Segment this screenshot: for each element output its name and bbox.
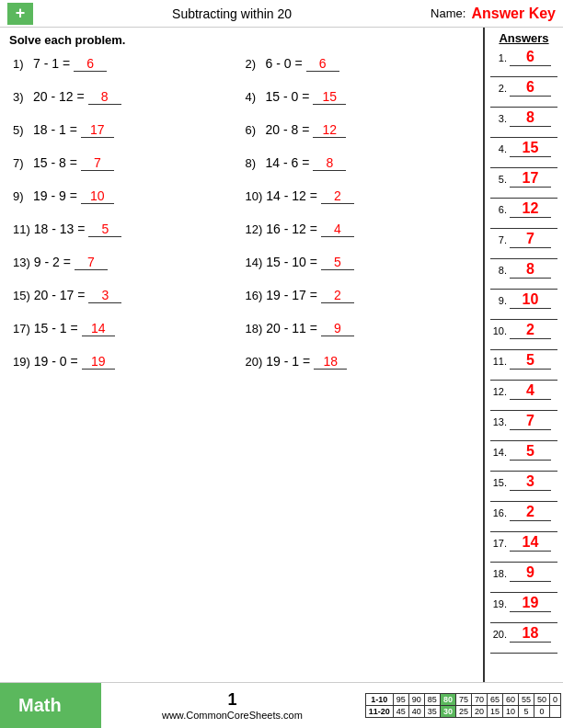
logo-icon: +: [7, 3, 33, 25]
problem-equation: 14 - 6 =: [266, 155, 310, 170]
answer-row-val: 7: [510, 231, 551, 248]
problem-equation: 20 - 17 =: [34, 288, 86, 302]
answer-row-num: 12.: [490, 386, 507, 397]
answer-row: 12. 4: [490, 381, 557, 411]
answer-row-val: 9: [510, 564, 551, 582]
problem-item: 2) 6 - 0 = 6: [242, 51, 475, 84]
problem-equation: 15 - 1 =: [34, 321, 78, 336]
answer-row: 17. 14: [490, 532, 557, 563]
problem-equation: 20 - 12 =: [33, 89, 85, 104]
problem-equation: 6 - 0 =: [266, 56, 303, 71]
problem-number: 12): [246, 222, 263, 236]
problem-answer: 12: [313, 122, 346, 138]
answer-row-val: 3: [510, 473, 551, 491]
answer-row-val: 5: [510, 352, 551, 370]
problem-answer: 3: [88, 288, 121, 303]
answer-row-num: 2.: [490, 83, 507, 94]
answer-key-label: Answer Key: [471, 6, 556, 22]
problem-answer: 17: [81, 122, 114, 138]
answer-row-num: 11.: [490, 356, 507, 367]
page-footer: Math 1 www.CommonCoreSheets.com 1-109590…: [0, 682, 563, 728]
answer-row: 4. 15: [490, 138, 557, 168]
answer-row-val: 10: [510, 291, 551, 309]
answer-row-num: 17.: [490, 538, 507, 549]
problem-number: 15): [13, 289, 30, 302]
answer-row: 13. 7: [490, 411, 557, 441]
answer-row-num: 10.: [490, 325, 507, 336]
answer-row-num: 7.: [490, 234, 507, 245]
answer-row: 10. 2: [490, 320, 557, 350]
problem-answer: 2: [321, 188, 354, 204]
problem-equation: 19 - 0 =: [34, 354, 78, 369]
problem-answer: 14: [82, 321, 115, 336]
problem-answer: 4: [321, 222, 354, 237]
problem-number: 13): [13, 256, 30, 269]
answer-row-val: 6: [510, 49, 551, 66]
answer-row-num: 9.: [490, 295, 507, 306]
problem-number: 3): [13, 90, 29, 104]
answer-row: 1. 6: [490, 47, 557, 77]
problem-equation: 18 - 1 =: [33, 122, 77, 137]
problem-answer: 6: [306, 56, 339, 72]
answer-row-val: 15: [510, 140, 551, 157]
answer-row-val: 17: [510, 170, 551, 188]
problem-equation: 20 - 8 =: [266, 122, 310, 137]
problem-number: 18): [246, 322, 263, 336]
problem-answer: 5: [321, 255, 354, 270]
problem-answer: 15: [313, 89, 346, 105]
problem-number: 10): [246, 189, 263, 203]
answer-row: 15. 3: [490, 472, 557, 502]
problem-number: 16): [246, 289, 263, 302]
answer-row-num: 20.: [490, 629, 507, 640]
answer-row-val: 14: [510, 534, 551, 552]
answer-row-num: 15.: [490, 477, 507, 488]
answer-row-val: 8: [510, 109, 551, 127]
problem-answer: 10: [81, 188, 114, 204]
problem-number: 11): [13, 222, 30, 236]
answer-row-val: 2: [510, 504, 551, 521]
problem-item: 20) 19 - 1 = 18: [242, 348, 475, 381]
answer-row: 19. 19: [490, 593, 557, 623]
answer-row: 8. 8: [490, 259, 557, 290]
answer-row-num: 8.: [490, 265, 507, 276]
problem-number: 9): [13, 189, 29, 203]
answer-row: 6. 12: [490, 199, 557, 229]
problem-equation: 19 - 9 =: [33, 188, 77, 203]
problem-item: 6) 20 - 8 = 12: [242, 117, 475, 150]
problem-item: 10) 14 - 12 = 2: [242, 183, 475, 216]
answers-header: Answers: [490, 31, 557, 45]
problem-number: 17): [13, 322, 30, 336]
problem-item: 5) 18 - 1 = 17: [9, 117, 242, 150]
answers-section: Answers 1. 6 2. 6 3. 8 4. 15 5. 17 6. 12…: [485, 28, 563, 682]
problem-number: 6): [246, 123, 262, 137]
problem-answer: 8: [313, 155, 346, 171]
problem-equation: 14 - 12 =: [266, 188, 317, 203]
problem-item: 7) 15 - 8 = 7: [9, 150, 242, 183]
problem-item: 15) 20 - 17 = 3: [9, 282, 242, 315]
page-title: Subtracting within 20: [42, 6, 421, 21]
answer-row: 16. 2: [490, 502, 557, 532]
problem-number: 1): [13, 57, 29, 71]
problem-item: 16) 19 - 17 = 2: [242, 282, 475, 315]
answer-row-val: 8: [510, 261, 551, 279]
problem-number: 14): [246, 256, 263, 269]
footer-center: 1 www.CommonCoreSheets.com: [101, 683, 363, 728]
problem-answer: 8: [88, 89, 121, 105]
problem-equation: 7 - 1 =: [33, 56, 70, 71]
answer-row-val: 12: [510, 200, 551, 218]
answer-row-val: 2: [510, 322, 551, 339]
answer-row: 5. 17: [490, 168, 557, 199]
problem-equation: 16 - 12 =: [266, 222, 317, 236]
answer-row: 14. 5: [490, 441, 557, 472]
name-label: Name:: [431, 6, 465, 20]
problem-number: 5): [13, 123, 29, 137]
answer-row-num: 19.: [490, 598, 507, 609]
problem-equation: 19 - 17 =: [266, 288, 317, 302]
score-table: 1-1095908580757065605550011-204540353025…: [365, 693, 561, 718]
problem-item: 17) 15 - 1 = 14: [9, 315, 242, 348]
main-content: Solve each problem. 1) 7 - 1 = 6 2) 6 - …: [0, 28, 563, 682]
page-header: + Subtracting within 20 Name: Answer Key: [0, 0, 563, 28]
answer-row: 18. 9: [490, 563, 557, 593]
problem-item: 18) 20 - 11 = 9: [242, 315, 475, 348]
answer-row-val: 4: [510, 382, 551, 400]
